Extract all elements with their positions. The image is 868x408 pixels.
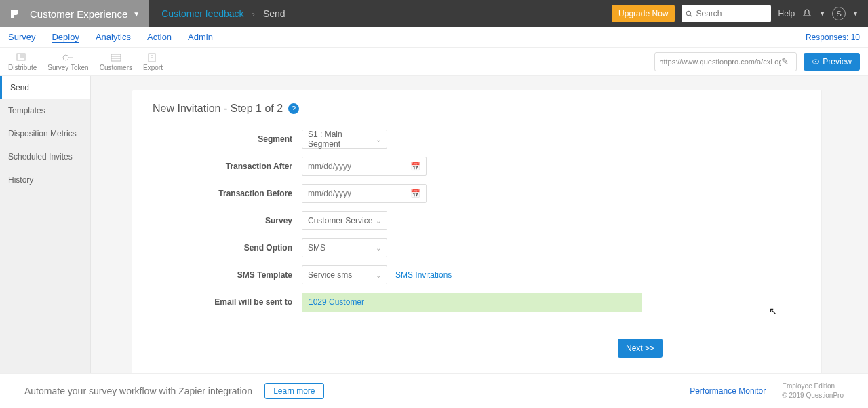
label-segment: Segment xyxy=(153,134,302,144)
tool-label: Survey Token xyxy=(47,64,88,71)
search-input-wrapper[interactable] xyxy=(682,5,771,22)
label-recipients: Email will be sent to xyxy=(153,297,302,307)
breadcrumb-separator-icon: › xyxy=(252,9,255,19)
user-avatar[interactable]: S xyxy=(832,7,846,20)
row-send-option: Send Option SMS ⌄ xyxy=(153,238,801,257)
send-option-select[interactable]: SMS ⌄ xyxy=(302,238,387,257)
row-survey: Survey Customer Service ⌄ xyxy=(153,211,801,230)
svg-point-3 xyxy=(63,55,68,60)
tool-label: Customers xyxy=(100,64,132,71)
export-icon xyxy=(145,52,160,64)
row-recipients: Email will be sent to 1029 Customer xyxy=(153,293,801,312)
transaction-before-input[interactable]: 📅 xyxy=(302,184,427,203)
recipients-count[interactable]: 1029 Customer xyxy=(309,297,364,307)
nav-admin[interactable]: Admin xyxy=(188,32,213,42)
topbar-right: Upgrade Now Help ▼ S ▼ xyxy=(612,5,868,22)
body: Send Templates Disposition Metrics Sched… xyxy=(0,76,868,373)
help-link[interactable]: Help xyxy=(778,9,795,18)
sidebar-item-history[interactable]: History xyxy=(0,168,90,191)
svg-rect-4 xyxy=(111,54,121,61)
tool-customers[interactable]: Customers xyxy=(100,52,132,71)
tool-label: Distribute xyxy=(8,64,37,71)
calendar-icon[interactable]: 📅 xyxy=(410,162,420,171)
tool-export[interactable]: Export xyxy=(143,52,163,71)
sidebar-item-templates[interactable]: Templates xyxy=(0,99,90,122)
breadcrumb: Customer feedback › Send xyxy=(149,8,285,19)
segment-select[interactable]: S1 : Main Segment ⌄ xyxy=(302,130,387,149)
transaction-after-input[interactable]: 📅 xyxy=(302,157,427,176)
customers-icon xyxy=(108,52,123,64)
survey-select[interactable]: Customer Service ⌄ xyxy=(302,211,387,230)
content: New Invitation - Step 1 of 2 ? Segment S… xyxy=(91,76,868,373)
sms-template-select[interactable]: Service sms ⌄ xyxy=(302,265,387,284)
recipients-summary: 1029 Customer xyxy=(302,293,642,312)
card-title-text: New Invitation - Step 1 of 2 xyxy=(153,103,283,115)
help-icon[interactable]: ? xyxy=(288,103,299,114)
chevron-down-icon[interactable]: ▼ xyxy=(819,10,825,17)
invitation-card: New Invitation - Step 1 of 2 ? Segment S… xyxy=(132,90,822,373)
chevron-down-icon: ⌄ xyxy=(376,272,381,279)
nav-action[interactable]: Action xyxy=(147,32,172,42)
sidebar-item-send[interactable]: Send xyxy=(0,76,90,99)
nav-deploy[interactable]: Deploy xyxy=(52,32,79,42)
row-sms-template: SMS Template Service sms ⌄ SMS Invitatio… xyxy=(153,265,801,284)
topbar: Customer Experience ▼ Customer feedback … xyxy=(0,0,868,27)
sms-invitations-link[interactable]: SMS Invitations xyxy=(395,270,452,280)
footer: Automate your survey workflow with Zapie… xyxy=(0,373,868,408)
edition-block: Employee Edition © 2019 QuestionPro xyxy=(782,382,844,401)
row-segment: Segment S1 : Main Segment ⌄ xyxy=(153,130,801,149)
svg-point-0 xyxy=(687,11,691,15)
nav-survey[interactable]: Survey xyxy=(8,32,35,42)
token-icon xyxy=(60,52,75,64)
card-title: New Invitation - Step 1 of 2 ? xyxy=(153,103,801,115)
survey-url-field[interactable]: ✎ xyxy=(654,52,797,71)
svg-line-1 xyxy=(690,14,692,16)
label-send-option: Send Option xyxy=(153,243,302,253)
transaction-after-field[interactable] xyxy=(308,162,403,171)
performance-monitor-link[interactable]: Performance Monitor xyxy=(690,386,766,396)
transaction-before-field[interactable] xyxy=(308,189,403,198)
label-transaction-after: Transaction After xyxy=(153,162,302,171)
chevron-down-icon: ⌄ xyxy=(376,244,381,252)
responses-count[interactable]: Responses: 10 xyxy=(806,33,860,42)
label-transaction-before: Transaction Before xyxy=(153,189,302,198)
chevron-down-icon: ⌄ xyxy=(376,217,381,225)
logo-icon xyxy=(8,7,20,20)
tool-distribute[interactable]: Distribute xyxy=(8,52,37,71)
edit-icon[interactable]: ✎ xyxy=(781,56,789,67)
breadcrumb-parent[interactable]: Customer feedback xyxy=(161,8,243,19)
edition-line1: Employee Edition xyxy=(782,382,844,391)
sidebar: Send Templates Disposition Metrics Sched… xyxy=(0,76,91,373)
calendar-icon[interactable]: 📅 xyxy=(410,189,420,198)
nav-analytics[interactable]: Analytics xyxy=(96,32,131,42)
sidebar-item-disposition-metrics[interactable]: Disposition Metrics xyxy=(0,122,90,145)
tool-label: Export xyxy=(143,64,163,71)
learn-more-button[interactable]: Learn more xyxy=(264,383,323,399)
distribute-icon xyxy=(15,52,30,64)
toolbar-right: ✎ Preview xyxy=(654,52,860,71)
notifications-icon[interactable] xyxy=(802,8,812,19)
search-icon xyxy=(686,10,693,18)
send-option-value: SMS xyxy=(308,243,326,253)
search-input[interactable] xyxy=(696,9,767,18)
app-switcher[interactable]: Customer Experience ▼ xyxy=(0,0,149,27)
main-nav: Survey Deploy Analytics Action Admin Res… xyxy=(0,27,868,48)
upgrade-button[interactable]: Upgrade Now xyxy=(612,5,675,22)
tool-survey-token[interactable]: Survey Token xyxy=(47,52,88,71)
row-transaction-before: Transaction Before 📅 xyxy=(153,184,801,203)
toolbar: Distribute Survey Token Customers Export… xyxy=(0,48,868,76)
label-survey: Survey xyxy=(153,216,302,225)
breadcrumb-current: Send xyxy=(263,8,285,19)
preview-button[interactable]: Preview xyxy=(804,53,860,71)
app-name: Customer Experience xyxy=(30,8,127,20)
survey-url-input[interactable] xyxy=(659,58,781,66)
label-sms-template: SMS Template xyxy=(153,270,302,280)
sidebar-item-scheduled-invites[interactable]: Scheduled Invites xyxy=(0,145,90,168)
svg-point-7 xyxy=(815,60,816,62)
chevron-down-icon: ▼ xyxy=(133,10,140,18)
eye-icon xyxy=(812,58,820,66)
chevron-down-icon[interactable]: ▼ xyxy=(852,10,859,17)
chevron-down-icon: ⌄ xyxy=(376,136,381,143)
next-button[interactable]: Next >> xyxy=(618,339,663,358)
sms-template-value: Service sms xyxy=(308,270,352,280)
